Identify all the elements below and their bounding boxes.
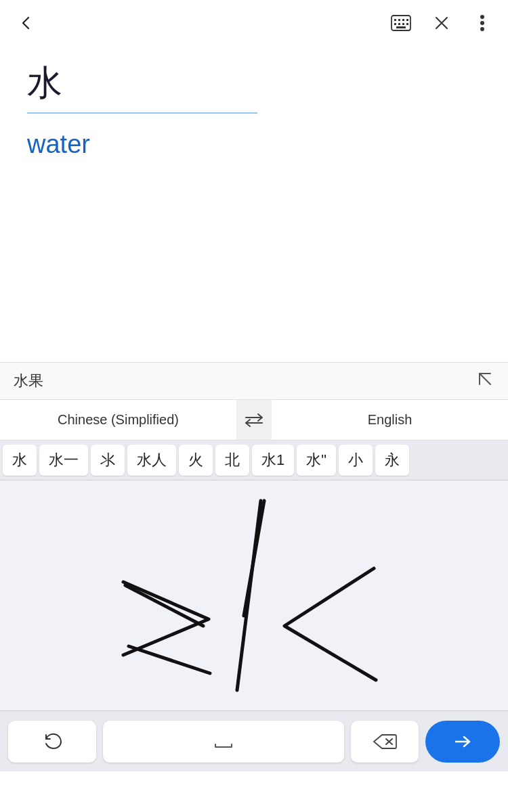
keyboard-bar <box>0 710 508 771</box>
svg-rect-7 <box>402 23 404 25</box>
candidate-chip[interactable]: 氺 <box>91 445 125 476</box>
candidate-chip[interactable]: 北 <box>215 445 249 476</box>
translation-text: water <box>27 130 481 159</box>
swap-languages-button[interactable] <box>236 412 272 428</box>
back-button[interactable] <box>14 11 38 35</box>
candidate-chip[interactable]: 小 <box>339 445 373 476</box>
close-button[interactable] <box>429 11 454 35</box>
undo-button[interactable] <box>8 721 96 763</box>
keyboard-icon-button[interactable] <box>389 11 413 35</box>
source-area: 水 water <box>0 46 508 159</box>
svg-rect-9 <box>396 26 406 28</box>
enter-button[interactable] <box>425 721 500 763</box>
svg-rect-1 <box>394 19 396 21</box>
candidate-chip[interactable]: 水一 <box>39 445 88 476</box>
language-selector: Chinese (Simplified) English <box>0 399 508 441</box>
top-bar <box>0 0 508 46</box>
source-underline <box>27 112 257 114</box>
candidate-chip[interactable]: 永 <box>375 445 409 476</box>
candidate-chip[interactable]: 水 <box>3 445 37 476</box>
candidates-row: 水水一氺水人火北水1水"小永 <box>0 441 508 480</box>
svg-rect-4 <box>406 19 408 21</box>
svg-point-10 <box>480 15 484 19</box>
space-button[interactable] <box>103 721 344 763</box>
svg-rect-3 <box>402 19 404 21</box>
top-bar-left <box>14 11 38 35</box>
candidate-chip[interactable]: 火 <box>179 445 213 476</box>
suggestions-arrow-icon <box>475 369 494 392</box>
svg-rect-2 <box>398 19 400 21</box>
top-bar-right <box>389 11 494 35</box>
svg-rect-6 <box>398 23 400 25</box>
svg-rect-8 <box>406 23 408 25</box>
source-character: 水 <box>27 60 481 107</box>
target-language-button[interactable]: English <box>272 400 508 440</box>
svg-rect-5 <box>394 23 396 25</box>
svg-point-11 <box>480 21 484 25</box>
candidate-chip[interactable]: 水1 <box>252 445 294 476</box>
handwriting-area[interactable] <box>0 480 508 710</box>
suggestion-text[interactable]: 水果 <box>14 371 43 391</box>
more-options-button[interactable] <box>470 11 494 35</box>
candidate-chip[interactable]: 水人 <box>127 445 176 476</box>
svg-point-12 <box>480 27 484 31</box>
source-language-button[interactable]: Chinese (Simplified) <box>0 400 236 440</box>
delete-button[interactable] <box>351 721 419 763</box>
candidate-chip[interactable]: 水" <box>297 445 336 476</box>
suggestions-bar: 水果 <box>0 362 508 399</box>
handwriting-strokes <box>0 480 508 710</box>
